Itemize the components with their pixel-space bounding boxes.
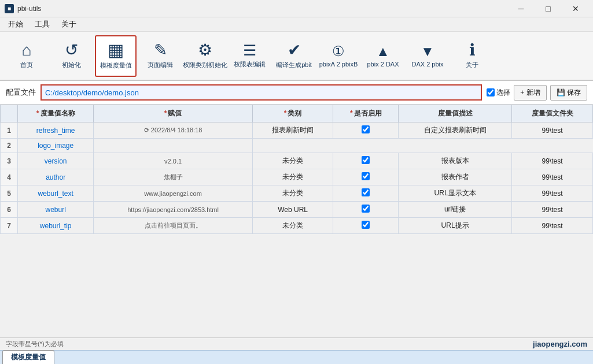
tool-about[interactable]: ℹ 关于	[451, 35, 493, 77]
col-header-category: 类别	[252, 105, 333, 122]
row-value: 点击前往项目页面。	[94, 218, 252, 234]
measure-icon: ▦	[108, 42, 124, 59]
home-icon: ⌂	[22, 42, 32, 58]
about-icon: ℹ	[469, 42, 476, 58]
page-edit-icon: ✎	[154, 42, 167, 58]
row-desc: 报表版本	[399, 153, 512, 169]
row-enabled-cell	[333, 153, 399, 169]
col-header-name: 度量值名称	[18, 105, 94, 122]
row-folder: 99\test	[512, 169, 593, 185]
tool-init[interactable]: ↺ 初始化	[50, 35, 92, 77]
row-category: 报表刷新时间	[252, 122, 333, 139]
app-icon: ■	[5, 4, 14, 13]
tab-measure[interactable]: 模板度量值	[2, 350, 54, 364]
row-category: 未分类	[252, 153, 333, 169]
row-value: https://jiaopengzi.com/2853.html	[94, 202, 252, 218]
table-header-row: 度量值名称 赋值 类别 是否启用 度量值描述 度量值文件夹	[1, 105, 593, 122]
tool-compile[interactable]: ✔ 编译生成pbit	[273, 35, 315, 77]
select-checkbox[interactable]	[487, 88, 495, 96]
select-checkbox-label[interactable]: 选择	[487, 88, 510, 98]
tool-compile-label: 编译生成pbit	[276, 61, 312, 69]
maximize-button[interactable]: □	[535, 1, 561, 17]
tool-init-label: 初始化	[62, 61, 81, 69]
row-enabled-checkbox[interactable]	[362, 221, 370, 229]
col-header-folder: 度量值文件夹	[512, 105, 593, 122]
tool-pbix-dax[interactable]: ▲ pbix 2 DAX	[362, 35, 404, 77]
row-value: 焦棚子	[94, 169, 252, 185]
tool-pbix-ab[interactable]: ① pbixA 2 pbixB	[318, 35, 359, 77]
row-value	[94, 139, 252, 153]
row-value: www.jiaopengzi.com	[94, 185, 252, 202]
row-number: 6	[1, 202, 18, 218]
row-folder: 99\test	[512, 218, 593, 234]
pbix-dax-icon: ▲	[376, 44, 390, 58]
data-table: 度量值名称 赋值 类别 是否启用 度量值描述 度量值文件夹 1 refresh_…	[0, 105, 593, 234]
row-folder: 99\test	[512, 202, 593, 218]
dax-pbix-icon: ▼	[421, 44, 434, 58]
row-name: refresh_time	[18, 122, 94, 139]
row-folder: 99\test	[512, 153, 593, 169]
tool-home[interactable]: ⌂ 首页	[6, 35, 47, 77]
row-number: 2	[1, 139, 18, 153]
menu-tools[interactable]: 工具	[29, 18, 56, 31]
row-folder: 99\test	[512, 185, 593, 202]
col-header-desc: 度量值描述	[399, 105, 512, 122]
config-input[interactable]	[40, 84, 482, 101]
minimize-button[interactable]: ─	[508, 1, 534, 17]
row-enabled-checkbox[interactable]	[362, 205, 370, 213]
row-name: weburl_text	[18, 185, 94, 202]
tool-pbix-dax-label: pbix 2 DAX	[367, 61, 399, 68]
menu-about[interactable]: 关于	[56, 18, 82, 31]
status-bar: 字段带星号(*)为必填 jiaopengzi.com	[0, 337, 593, 350]
tool-page-edit-label: 页面编辑	[148, 61, 173, 69]
tool-page-edit[interactable]: ✎ 页面编辑	[139, 35, 181, 77]
row-name: version	[18, 153, 94, 169]
toolbar: ⌂ 首页 ↺ 初始化 ▦ 模板度量值 ✎ 页面编辑 ⚙ 权限类别初始化 ☰ 权限…	[0, 32, 593, 81]
row-desc: URL显示文本	[399, 185, 512, 202]
row-enabled-checkbox[interactable]	[362, 172, 370, 180]
status-left-text: 字段带星号(*)为必填	[6, 340, 64, 348]
table-row: 5 weburl_text www.jiaopengzi.com 未分类 URL…	[1, 185, 593, 202]
title-bar: ■ pbi-utils ─ □ ✕	[0, 0, 593, 17]
table-row: 1 refresh_time ⟳ 2022/8/4 18:18:18 报表刷新时…	[1, 122, 593, 139]
close-button[interactable]: ✕	[562, 1, 588, 17]
role-init-icon: ⚙	[198, 42, 212, 58]
row-value: v2.0.1	[94, 153, 252, 169]
col-header-value: 赋值	[94, 105, 252, 122]
row-number: 4	[1, 169, 18, 185]
tool-measure[interactable]: ▦ 模板度量值	[95, 35, 137, 77]
tool-dax-pbix[interactable]: ▼ DAX 2 pbix	[407, 35, 448, 77]
compile-icon: ✔	[288, 42, 301, 58]
table-row: 2 logo_image	[1, 139, 593, 153]
row-value: ⟳ 2022/8/4 18:18:18	[94, 122, 252, 139]
tool-role-edit[interactable]: ☰ 权限表编辑	[229, 35, 270, 77]
row-enabled-checkbox[interactable]	[362, 156, 370, 164]
table-body: 1 refresh_time ⟳ 2022/8/4 18:18:18 报表刷新时…	[1, 122, 593, 234]
row-folder: 99\test	[512, 122, 593, 139]
row-category: 未分类	[252, 185, 333, 202]
menu-start[interactable]: 开始	[2, 18, 29, 31]
tool-role-init[interactable]: ⚙ 权限类别初始化	[184, 35, 226, 77]
table-row: 4 author 焦棚子 未分类 报表作者 99\test	[1, 169, 593, 185]
tool-dax-pbix-label: DAX 2 pbix	[411, 61, 443, 68]
tool-role-init-label: 权限类别初始化	[183, 61, 227, 69]
title-bar-left: ■ pbi-utils	[5, 4, 41, 13]
row-enabled-checkbox[interactable]	[362, 188, 370, 196]
config-actions: 选择 + 新增 💾 保存	[487, 85, 587, 101]
table-row: 7 weburl_tip 点击前往项目页面。 未分类 URL提示 99\test	[1, 218, 593, 234]
row-enabled-cell	[333, 122, 399, 139]
window-controls: ─ □ ✕	[508, 1, 588, 17]
row-name: author	[18, 169, 94, 185]
status-right-text: jiaopengzi.com	[533, 340, 587, 348]
save-button[interactable]: 💾 保存	[550, 85, 587, 101]
row-category: 未分类	[252, 218, 333, 234]
tool-measure-label: 模板度量值	[100, 61, 132, 70]
row-number: 3	[1, 153, 18, 169]
row-desc: 自定义报表刷新时间	[399, 122, 512, 139]
table-row: 3 version v2.0.1 未分类 报表版本 99\test	[1, 153, 593, 169]
app-title: pbi-utils	[17, 5, 41, 13]
row-category: Web URL	[252, 202, 333, 218]
row-number: 5	[1, 185, 18, 202]
row-enabled-checkbox[interactable]	[362, 125, 370, 133]
add-button[interactable]: + 新增	[514, 85, 546, 101]
